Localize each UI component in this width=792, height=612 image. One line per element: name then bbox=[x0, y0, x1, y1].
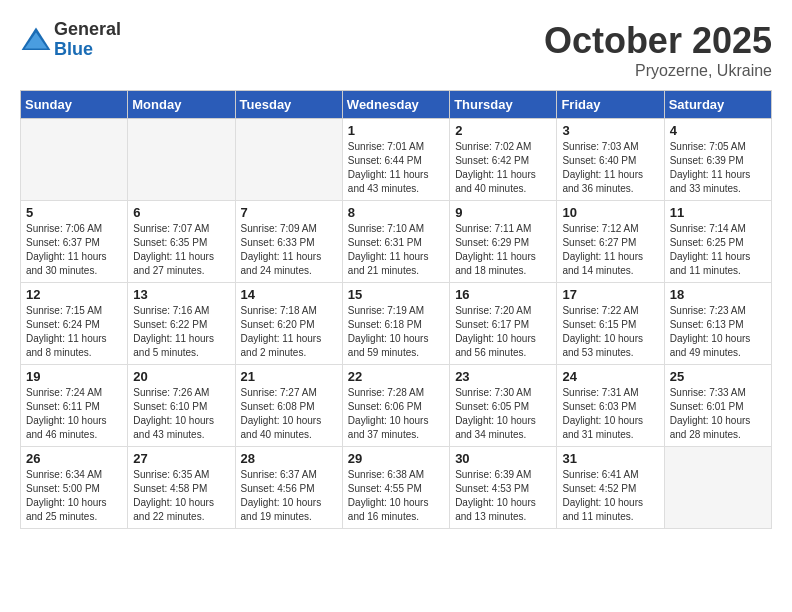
daylight-text: Daylight: 10 hours and 59 minutes. bbox=[348, 332, 444, 360]
day-info: Sunrise: 7:27 AMSunset: 6:08 PMDaylight:… bbox=[241, 386, 337, 442]
sunrise-text: Sunrise: 7:18 AM bbox=[241, 304, 337, 318]
day-number: 14 bbox=[241, 287, 337, 302]
daylight-text: Daylight: 11 hours and 30 minutes. bbox=[26, 250, 122, 278]
day-of-week-header: Saturday bbox=[664, 91, 771, 119]
sunset-text: Sunset: 6:20 PM bbox=[241, 318, 337, 332]
daylight-text: Daylight: 10 hours and 56 minutes. bbox=[455, 332, 551, 360]
location: Pryozerne, Ukraine bbox=[544, 62, 772, 80]
sunset-text: Sunset: 4:58 PM bbox=[133, 482, 229, 496]
sunset-text: Sunset: 6:13 PM bbox=[670, 318, 766, 332]
sunrise-text: Sunrise: 7:19 AM bbox=[348, 304, 444, 318]
daylight-text: Daylight: 11 hours and 27 minutes. bbox=[133, 250, 229, 278]
calendar-cell: 8Sunrise: 7:10 AMSunset: 6:31 PMDaylight… bbox=[342, 201, 449, 283]
day-number: 25 bbox=[670, 369, 766, 384]
day-info: Sunrise: 6:37 AMSunset: 4:56 PMDaylight:… bbox=[241, 468, 337, 524]
day-number: 1 bbox=[348, 123, 444, 138]
day-number: 31 bbox=[562, 451, 658, 466]
sunset-text: Sunset: 4:53 PM bbox=[455, 482, 551, 496]
calendar-cell: 10Sunrise: 7:12 AMSunset: 6:27 PMDayligh… bbox=[557, 201, 664, 283]
sunset-text: Sunset: 6:08 PM bbox=[241, 400, 337, 414]
day-number: 2 bbox=[455, 123, 551, 138]
sunrise-text: Sunrise: 7:03 AM bbox=[562, 140, 658, 154]
day-info: Sunrise: 7:12 AMSunset: 6:27 PMDaylight:… bbox=[562, 222, 658, 278]
calendar-cell: 22Sunrise: 7:28 AMSunset: 6:06 PMDayligh… bbox=[342, 365, 449, 447]
daylight-text: Daylight: 11 hours and 40 minutes. bbox=[455, 168, 551, 196]
sunset-text: Sunset: 6:42 PM bbox=[455, 154, 551, 168]
sunrise-text: Sunrise: 7:11 AM bbox=[455, 222, 551, 236]
day-of-week-header: Tuesday bbox=[235, 91, 342, 119]
sunset-text: Sunset: 6:05 PM bbox=[455, 400, 551, 414]
day-of-week-header: Friday bbox=[557, 91, 664, 119]
calendar-cell: 15Sunrise: 7:19 AMSunset: 6:18 PMDayligh… bbox=[342, 283, 449, 365]
sunrise-text: Sunrise: 6:34 AM bbox=[26, 468, 122, 482]
calendar-cell: 30Sunrise: 6:39 AMSunset: 4:53 PMDayligh… bbox=[450, 447, 557, 529]
daylight-text: Daylight: 11 hours and 24 minutes. bbox=[241, 250, 337, 278]
calendar-cell: 12Sunrise: 7:15 AMSunset: 6:24 PMDayligh… bbox=[21, 283, 128, 365]
sunrise-text: Sunrise: 6:39 AM bbox=[455, 468, 551, 482]
sunset-text: Sunset: 4:55 PM bbox=[348, 482, 444, 496]
sunset-text: Sunset: 6:40 PM bbox=[562, 154, 658, 168]
daylight-text: Daylight: 10 hours and 53 minutes. bbox=[562, 332, 658, 360]
daylight-text: Daylight: 10 hours and 34 minutes. bbox=[455, 414, 551, 442]
calendar-week-row: 19Sunrise: 7:24 AMSunset: 6:11 PMDayligh… bbox=[21, 365, 772, 447]
day-number: 12 bbox=[26, 287, 122, 302]
daylight-text: Daylight: 11 hours and 18 minutes. bbox=[455, 250, 551, 278]
sunset-text: Sunset: 6:10 PM bbox=[133, 400, 229, 414]
daylight-text: Daylight: 11 hours and 5 minutes. bbox=[133, 332, 229, 360]
day-of-week-header: Monday bbox=[128, 91, 235, 119]
day-info: Sunrise: 7:19 AMSunset: 6:18 PMDaylight:… bbox=[348, 304, 444, 360]
calendar-cell: 24Sunrise: 7:31 AMSunset: 6:03 PMDayligh… bbox=[557, 365, 664, 447]
day-number: 21 bbox=[241, 369, 337, 384]
sunrise-text: Sunrise: 7:12 AM bbox=[562, 222, 658, 236]
day-info: Sunrise: 7:10 AMSunset: 6:31 PMDaylight:… bbox=[348, 222, 444, 278]
calendar-cell: 5Sunrise: 7:06 AMSunset: 6:37 PMDaylight… bbox=[21, 201, 128, 283]
sunset-text: Sunset: 6:11 PM bbox=[26, 400, 122, 414]
day-number: 11 bbox=[670, 205, 766, 220]
day-number: 30 bbox=[455, 451, 551, 466]
day-of-week-header: Thursday bbox=[450, 91, 557, 119]
calendar-cell bbox=[664, 447, 771, 529]
daylight-text: Daylight: 11 hours and 11 minutes. bbox=[670, 250, 766, 278]
sunrise-text: Sunrise: 7:22 AM bbox=[562, 304, 658, 318]
calendar-cell: 19Sunrise: 7:24 AMSunset: 6:11 PMDayligh… bbox=[21, 365, 128, 447]
sunset-text: Sunset: 6:31 PM bbox=[348, 236, 444, 250]
day-info: Sunrise: 6:41 AMSunset: 4:52 PMDaylight:… bbox=[562, 468, 658, 524]
daylight-text: Daylight: 10 hours and 25 minutes. bbox=[26, 496, 122, 524]
calendar-cell: 27Sunrise: 6:35 AMSunset: 4:58 PMDayligh… bbox=[128, 447, 235, 529]
day-number: 18 bbox=[670, 287, 766, 302]
header: General Blue October 2025 Pryozerne, Ukr… bbox=[20, 20, 772, 80]
sunset-text: Sunset: 6:25 PM bbox=[670, 236, 766, 250]
sunrise-text: Sunrise: 7:02 AM bbox=[455, 140, 551, 154]
daylight-text: Daylight: 11 hours and 43 minutes. bbox=[348, 168, 444, 196]
calendar-cell: 13Sunrise: 7:16 AMSunset: 6:22 PMDayligh… bbox=[128, 283, 235, 365]
day-number: 9 bbox=[455, 205, 551, 220]
daylight-text: Daylight: 10 hours and 22 minutes. bbox=[133, 496, 229, 524]
sunrise-text: Sunrise: 6:41 AM bbox=[562, 468, 658, 482]
sunset-text: Sunset: 6:44 PM bbox=[348, 154, 444, 168]
day-number: 17 bbox=[562, 287, 658, 302]
calendar-cell: 16Sunrise: 7:20 AMSunset: 6:17 PMDayligh… bbox=[450, 283, 557, 365]
day-number: 16 bbox=[455, 287, 551, 302]
day-info: Sunrise: 7:20 AMSunset: 6:17 PMDaylight:… bbox=[455, 304, 551, 360]
day-info: Sunrise: 7:07 AMSunset: 6:35 PMDaylight:… bbox=[133, 222, 229, 278]
day-number: 13 bbox=[133, 287, 229, 302]
calendar-cell: 18Sunrise: 7:23 AMSunset: 6:13 PMDayligh… bbox=[664, 283, 771, 365]
daylight-text: Daylight: 10 hours and 16 minutes. bbox=[348, 496, 444, 524]
sunrise-text: Sunrise: 7:27 AM bbox=[241, 386, 337, 400]
daylight-text: Daylight: 11 hours and 2 minutes. bbox=[241, 332, 337, 360]
daylight-text: Daylight: 11 hours and 14 minutes. bbox=[562, 250, 658, 278]
day-info: Sunrise: 7:16 AMSunset: 6:22 PMDaylight:… bbox=[133, 304, 229, 360]
day-info: Sunrise: 7:31 AMSunset: 6:03 PMDaylight:… bbox=[562, 386, 658, 442]
day-number: 19 bbox=[26, 369, 122, 384]
daylight-text: Daylight: 10 hours and 43 minutes. bbox=[133, 414, 229, 442]
sunset-text: Sunset: 6:37 PM bbox=[26, 236, 122, 250]
sunset-text: Sunset: 6:01 PM bbox=[670, 400, 766, 414]
calendar-table: SundayMondayTuesdayWednesdayThursdayFrid… bbox=[20, 90, 772, 529]
sunset-text: Sunset: 6:35 PM bbox=[133, 236, 229, 250]
day-info: Sunrise: 7:01 AMSunset: 6:44 PMDaylight:… bbox=[348, 140, 444, 196]
sunrise-text: Sunrise: 6:37 AM bbox=[241, 468, 337, 482]
day-info: Sunrise: 7:24 AMSunset: 6:11 PMDaylight:… bbox=[26, 386, 122, 442]
daylight-text: Daylight: 10 hours and 28 minutes. bbox=[670, 414, 766, 442]
day-number: 23 bbox=[455, 369, 551, 384]
day-info: Sunrise: 7:18 AMSunset: 6:20 PMDaylight:… bbox=[241, 304, 337, 360]
